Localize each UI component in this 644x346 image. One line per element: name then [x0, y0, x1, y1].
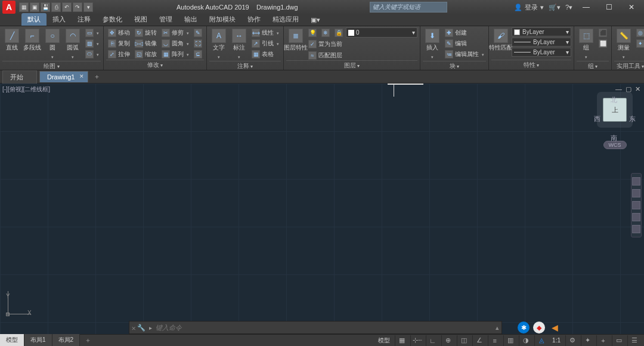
nav-pan-icon[interactable]	[632, 189, 640, 197]
redo-icon[interactable]: ↷	[73, 2, 82, 12]
model-space-label[interactable]: 模型	[376, 336, 392, 345]
explode-icon[interactable]: ⛶	[192, 38, 204, 48]
model-tab[interactable]: 模型	[0, 334, 24, 346]
tab-output[interactable]: 输出	[178, 13, 203, 26]
viewport-label[interactable]: [-][俯视][二维线框]	[2, 85, 50, 94]
drawing-tab[interactable]: Drawing1✕	[39, 71, 88, 82]
nav-wheel-icon[interactable]	[632, 177, 640, 186]
start-tab[interactable]: 开始	[2, 70, 37, 84]
annoscale-icon[interactable]: ⚙	[565, 335, 578, 346]
ellipse-icon[interactable]: ⬭	[83, 49, 101, 59]
panel-props-title[interactable]: 特性	[524, 61, 539, 68]
tab-manage[interactable]: 管理	[153, 13, 178, 26]
tab-view[interactable]: 视图	[128, 13, 153, 26]
polyline-button[interactable]: ⌐多段线	[23, 27, 42, 53]
layer-combo[interactable]: 0▾	[346, 27, 417, 38]
tab-default[interactable]: 默认	[21, 13, 47, 26]
snap-toggle-icon[interactable]: ⊹┈	[410, 335, 423, 346]
new-tab-button[interactable]: ＋	[91, 72, 103, 81]
linetype-button[interactable]: ⟷线性	[250, 27, 281, 38]
match-props-button[interactable]: 🖌特性匹配	[491, 27, 510, 53]
layout1-tab[interactable]: 布局1	[24, 334, 52, 346]
lineweight-combo[interactable]: ByLayer▾	[512, 38, 571, 47]
cleanscreen-icon[interactable]: ☰	[627, 335, 640, 346]
close-button[interactable]: ✕	[623, 1, 640, 14]
autodesk-app-icon[interactable]: ◆	[533, 322, 545, 333]
vp-max-icon[interactable]: ▢	[626, 85, 631, 93]
rect-icon[interactable]: ▭	[83, 27, 101, 38]
vp-min-icon[interactable]: —	[615, 85, 622, 93]
circle-button[interactable]: ○圆	[43, 27, 62, 61]
nav-showmotion-icon[interactable]	[632, 225, 640, 233]
cycling-toggle-icon[interactable]: ◑	[519, 335, 532, 346]
util-icon1[interactable]: ◎	[634, 27, 644, 38]
ortho-toggle-icon[interactable]: ∟	[426, 335, 439, 346]
table-button[interactable]: ▦表格	[250, 49, 281, 59]
undo-icon[interactable]: ↶	[62, 2, 72, 12]
vp-close-icon[interactable]: ✕	[635, 85, 640, 93]
add-layout-button[interactable]: ＋	[80, 334, 96, 346]
grid-toggle-icon[interactable]: ▦	[395, 335, 408, 346]
panel-modify-title[interactable]: 修改	[147, 61, 163, 68]
match-layer-button[interactable]: ≈匹配图层	[306, 50, 417, 60]
insert-block-button[interactable]: ⬇插入	[423, 27, 442, 61]
hatch-icon[interactable]: ▨	[83, 38, 101, 48]
collapse-arrow-icon[interactable]: ◀	[549, 322, 561, 333]
util-icon2[interactable]: ✦	[634, 38, 644, 48]
fillet-button[interactable]: ◡圆角	[160, 38, 191, 48]
qat-more-icon[interactable]: ▾	[83, 2, 93, 12]
saveas-icon[interactable]: ⎙	[51, 2, 61, 12]
dimension-button[interactable]: ↔标注	[230, 27, 249, 61]
tab-collab[interactable]: 协作	[242, 13, 267, 26]
lineweight-toggle-icon[interactable]: ≡	[488, 335, 501, 346]
command-line[interactable]: ⨉ 🔧 ▸ ▴	[129, 321, 502, 334]
group-button[interactable]: ⬚组	[577, 27, 596, 61]
autodesk-logo-icon[interactable]: ◬	[534, 335, 547, 346]
otrack-toggle-icon[interactable]: ∠	[472, 335, 485, 346]
tab-featured[interactable]: 精选应用	[267, 13, 305, 26]
help-icon[interactable]: ?▾	[565, 4, 572, 11]
layer-lock-icon[interactable]: 🔒	[333, 27, 345, 38]
command-input[interactable]	[156, 324, 496, 331]
viewcube-east[interactable]: 东	[629, 115, 636, 123]
panel-group-title[interactable]: 组	[588, 63, 597, 69]
layer-props-button[interactable]: ≣图层特性	[286, 27, 305, 53]
cmd-expand-icon[interactable]: ▴	[496, 324, 499, 332]
polar-toggle-icon[interactable]: ⊕	[441, 335, 454, 346]
panel-block-title[interactable]: 块	[450, 63, 459, 69]
panel-util-title[interactable]: 实用工具	[617, 63, 644, 69]
workspace-icon[interactable]: ✦	[581, 335, 594, 346]
save-icon[interactable]: 💾	[41, 2, 50, 12]
maximize-button[interactable]: ☐	[600, 1, 618, 14]
rotate-button[interactable]: ↻旋转	[133, 27, 159, 38]
edit-attr-button[interactable]: ≔编辑属性	[443, 49, 486, 59]
open-icon[interactable]: ▣	[30, 2, 39, 12]
help-search[interactable]: 键入关键字或短语	[370, 2, 447, 13]
nav-zoom-icon[interactable]	[632, 201, 640, 209]
layout2-tab[interactable]: 布局2	[52, 334, 80, 346]
array-button[interactable]: ▦阵列	[160, 49, 191, 59]
panel-annot-title[interactable]: 注释	[237, 63, 253, 69]
trim-button[interactable]: ✂修剪	[160, 27, 191, 38]
tab-expand-icon[interactable]: ▣▾	[305, 14, 326, 26]
customize-icon[interactable]: ▭	[612, 335, 625, 346]
viewcube[interactable]: 北 西 东 上 南 WCS	[594, 95, 636, 161]
transparency-toggle-icon[interactable]: ▥	[503, 335, 516, 346]
viewcube-west[interactable]: 西	[594, 115, 600, 123]
edit-block-button[interactable]: ✎编辑	[443, 38, 486, 48]
tab-annotate[interactable]: 注释	[72, 13, 97, 26]
color-combo[interactable]: ByLayer▾	[512, 27, 571, 36]
make-current-button[interactable]: ✓置为当前	[306, 39, 417, 49]
offset-icon[interactable]: ⊆	[192, 49, 204, 59]
group-edit-icon[interactable]: ⬜	[597, 38, 609, 48]
bluetooth-icon[interactable]: ✱	[518, 322, 530, 333]
text-button[interactable]: A文字	[209, 27, 228, 61]
tab-addins[interactable]: 附加模块	[203, 13, 242, 26]
cmd-drag-icon[interactable]: ⨉ 🔧	[132, 324, 145, 332]
viewcube-south[interactable]: 南	[611, 134, 617, 143]
erase-icon[interactable]: ✎	[192, 27, 204, 38]
new-icon[interactable]: ▦	[19, 2, 29, 12]
viewcube-north[interactable]: 北	[611, 95, 617, 104]
create-block-button[interactable]: ✚创建	[443, 27, 486, 38]
panel-layer-title[interactable]: 图层	[344, 62, 360, 69]
